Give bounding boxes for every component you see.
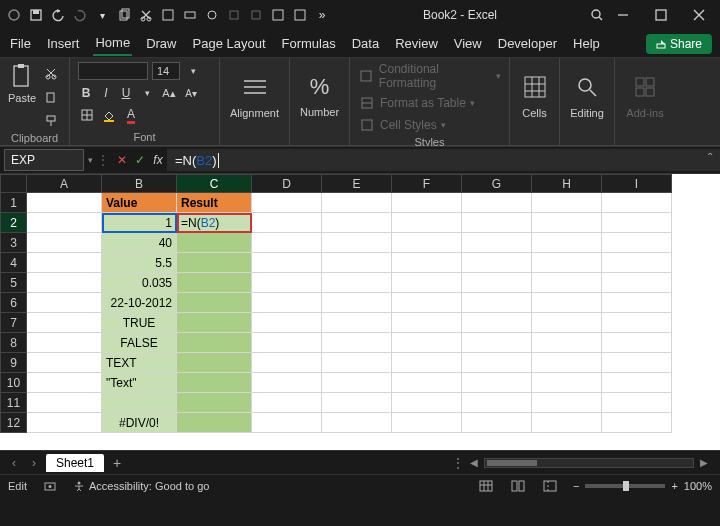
zoom-level[interactable]: 100% — [684, 480, 712, 492]
font-name-input[interactable] — [78, 62, 148, 80]
save-icon[interactable] — [26, 5, 46, 25]
view-normal-icon[interactable] — [477, 477, 495, 495]
cell[interactable] — [177, 273, 252, 293]
row-header[interactable]: 9 — [1, 353, 27, 373]
tab-draw[interactable]: Draw — [144, 32, 178, 55]
cell[interactable]: TEXT — [102, 353, 177, 373]
enter-formula-icon[interactable]: ✓ — [131, 153, 149, 167]
underline-button[interactable]: U — [118, 86, 134, 100]
borders-icon[interactable] — [78, 106, 96, 124]
formula-bar[interactable]: =N(B2) — [167, 149, 720, 171]
row-header[interactable]: 1 — [1, 193, 27, 213]
cell[interactable] — [177, 293, 252, 313]
paste-icon[interactable] — [8, 62, 36, 90]
col-header[interactable]: H — [532, 175, 602, 193]
tab-scroll-options-icon[interactable]: ⋮ — [452, 456, 464, 470]
qat-item-icon[interactable] — [158, 5, 178, 25]
cell[interactable]: 0.035 — [102, 273, 177, 293]
cell[interactable]: 5.5 — [102, 253, 177, 273]
qat-item-icon[interactable] — [268, 5, 288, 25]
cell[interactable] — [177, 393, 252, 413]
row-header[interactable]: 10 — [1, 373, 27, 393]
alignment-icon[interactable] — [241, 73, 269, 101]
tab-formulas[interactable]: Formulas — [280, 32, 338, 55]
close-icon[interactable] — [682, 1, 716, 29]
col-header[interactable]: G — [462, 175, 532, 193]
fx-icon[interactable]: fx — [149, 153, 167, 167]
search-icon[interactable] — [588, 6, 606, 24]
worksheet-grid[interactable]: A B C D E F G H I 1ValueResult 21=N(B2) … — [0, 174, 672, 433]
format-painter-icon[interactable] — [42, 112, 60, 130]
row-header[interactable]: 6 — [1, 293, 27, 313]
row-header[interactable]: 11 — [1, 393, 27, 413]
tab-home[interactable]: Home — [93, 31, 132, 56]
tab-developer[interactable]: Developer — [496, 32, 559, 55]
font-color-icon[interactable]: A — [122, 106, 140, 124]
col-header[interactable]: F — [392, 175, 462, 193]
row-header[interactable]: 3 — [1, 233, 27, 253]
name-box[interactable] — [4, 149, 84, 171]
cell[interactable]: #DIV/0! — [102, 413, 177, 433]
autosave-icon[interactable] — [4, 5, 24, 25]
fill-color-icon[interactable] — [100, 106, 118, 124]
cell[interactable]: "Text" — [102, 373, 177, 393]
col-header[interactable]: D — [252, 175, 322, 193]
row-header[interactable]: 2 — [1, 213, 27, 233]
row-header[interactable]: 5 — [1, 273, 27, 293]
font-size-dropdown-icon[interactable]: ▾ — [184, 62, 202, 80]
cell[interactable] — [177, 233, 252, 253]
qat-more-icon[interactable]: ▾ — [92, 5, 112, 25]
sheet-tab[interactable]: Sheet1 — [46, 454, 104, 472]
minimize-icon[interactable] — [606, 1, 640, 29]
zoom-slider[interactable] — [585, 484, 665, 488]
cell[interactable] — [177, 253, 252, 273]
cell[interactable]: Value — [102, 193, 177, 213]
cell[interactable]: 1 — [102, 213, 177, 233]
copy-icon[interactable] — [42, 88, 60, 106]
cells-icon[interactable] — [521, 73, 549, 101]
tab-review[interactable]: Review — [393, 32, 440, 55]
horizontal-scrollbar[interactable] — [484, 458, 694, 468]
view-pagelayout-icon[interactable] — [509, 477, 527, 495]
copy-icon[interactable] — [114, 5, 134, 25]
tab-pagelayout[interactable]: Page Layout — [191, 32, 268, 55]
row-header[interactable]: 8 — [1, 333, 27, 353]
cell[interactable] — [177, 413, 252, 433]
tab-view[interactable]: View — [452, 32, 484, 55]
view-pagebreak-icon[interactable] — [541, 477, 559, 495]
tab-insert[interactable]: Insert — [45, 32, 82, 55]
share-button[interactable]: Share — [646, 34, 712, 54]
qat-item-icon[interactable] — [202, 5, 222, 25]
macro-record-icon[interactable] — [41, 477, 59, 495]
row-header[interactable]: 4 — [1, 253, 27, 273]
cell[interactable]: FALSE — [102, 333, 177, 353]
italic-button[interactable]: I — [98, 86, 114, 100]
col-header[interactable]: A — [27, 175, 102, 193]
active-cell[interactable]: =N(B2) — [177, 213, 252, 233]
col-header[interactable]: E — [322, 175, 392, 193]
qat-item-icon[interactable] — [180, 5, 200, 25]
increase-font-icon[interactable]: A▴ — [160, 84, 178, 102]
qat-overflow-icon[interactable]: » — [312, 5, 332, 25]
zoom-in-icon[interactable]: + — [671, 480, 677, 492]
bold-button[interactable]: B — [78, 86, 94, 100]
accessibility-status[interactable]: Accessibility: Good to go — [73, 480, 209, 492]
cell[interactable] — [177, 373, 252, 393]
hscroll-left-icon[interactable]: ◀ — [470, 457, 478, 468]
font-size-input[interactable] — [152, 62, 180, 80]
sheet-nav-next-icon[interactable]: › — [26, 456, 42, 470]
cell[interactable]: Result — [177, 193, 252, 213]
maximize-icon[interactable] — [644, 1, 678, 29]
tab-data[interactable]: Data — [350, 32, 381, 55]
cut-icon[interactable] — [136, 5, 156, 25]
hscroll-right-icon[interactable]: ▶ — [700, 457, 708, 468]
percent-icon[interactable]: % — [310, 74, 330, 100]
decrease-font-icon[interactable]: A▾ — [182, 84, 200, 102]
row-header[interactable]: 12 — [1, 413, 27, 433]
cell[interactable]: 40 — [102, 233, 177, 253]
formula-expand-icon[interactable]: ⌃ — [706, 151, 714, 162]
row-header[interactable]: 7 — [1, 313, 27, 333]
cell[interactable]: TRUE — [102, 313, 177, 333]
select-all-corner[interactable] — [1, 175, 27, 193]
col-header[interactable]: C — [177, 175, 252, 193]
